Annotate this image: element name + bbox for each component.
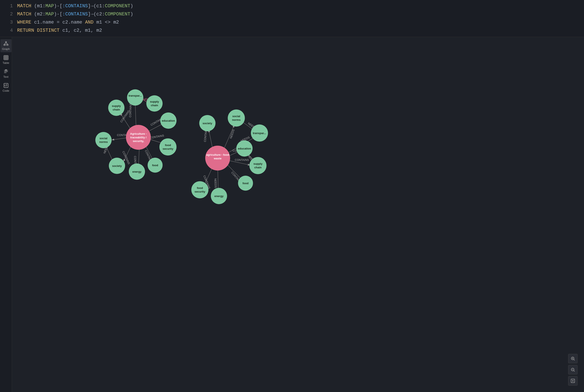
code-line-3: 3 WHERE c1.name = c2.name AND m1 <> m2 <box>4 18 580 26</box>
zoom-in-icon <box>570 356 575 361</box>
svg-line-3 <box>4 43 6 44</box>
svg-line-96 <box>574 370 574 372</box>
sidebar-item-text[interactable]: Text <box>0 67 12 80</box>
table-icon <box>3 55 9 60</box>
node-c1-social-norms[interactable] <box>95 132 112 148</box>
svg-text:supply: supply <box>112 104 121 108</box>
svg-line-4 <box>6 43 8 44</box>
node-c1-food-security[interactable] <box>160 138 176 156</box>
sidebar-label-table: Table <box>2 61 9 64</box>
svg-text:NEEDS: NEEDS <box>229 129 235 139</box>
svg-text:traceability /: traceability / <box>130 136 146 139</box>
code-content-2: MATCH (m2:MAP)-[:CONTAINS]→(c2:COMPONENT… <box>17 10 133 18</box>
code-icon <box>3 83 9 88</box>
svg-text:chain: chain <box>254 166 262 169</box>
code-editor: 1 MATCH (m1:MAP)-[:CONTAINS]→(c1:COMPONE… <box>0 0 584 37</box>
code-line-4: 4 RETURN DISTINCT c1, c2, m1, m2 <box>4 26 580 35</box>
zoom-fit-button[interactable] <box>568 376 578 386</box>
svg-text:education: education <box>162 119 175 122</box>
node-c1-supply2[interactable] <box>146 95 162 112</box>
svg-text:Agriculture -: Agriculture - <box>130 132 146 136</box>
sidebar: Graph Table Text <box>0 37 12 392</box>
line-number-3: 3 <box>4 18 13 26</box>
svg-point-2 <box>7 44 8 46</box>
zoom-out-icon <box>570 367 575 372</box>
sidebar-item-graph[interactable]: Graph <box>0 39 12 52</box>
svg-line-93 <box>574 360 574 360</box>
zoom-in-button[interactable] <box>568 354 578 363</box>
sidebar-label-code: Code <box>2 89 9 92</box>
code-content-4: RETURN DISTINCT c1, c2, m1, m2 <box>17 26 102 35</box>
sidebar-label-text: Text <box>4 75 8 78</box>
svg-text:social: social <box>232 114 240 118</box>
main-area: Graph Table Text <box>0 37 584 392</box>
svg-text:norms: norms <box>232 118 240 122</box>
svg-text:CONTAINS: CONTAINS <box>128 103 132 118</box>
svg-text:chain: chain <box>113 108 120 111</box>
code-line-1: 1 MATCH (m1:MAP)-[:CONTAINS]→(c1:COMPONE… <box>4 2 580 10</box>
node-c2-supply-chain[interactable] <box>249 157 266 174</box>
svg-text:chain: chain <box>151 104 158 107</box>
svg-text:NEEDS: NEEDS <box>214 178 218 188</box>
svg-text:agriculture - food: agriculture - food <box>206 153 229 156</box>
line-number-2: 2 <box>4 10 13 18</box>
svg-text:food: food <box>165 144 171 147</box>
svg-text:waste: waste <box>214 157 222 160</box>
graph-svg: CONTAINS CONTAINS EVOLVES_TO CONTAINS CO… <box>12 37 584 392</box>
svg-text:energy: energy <box>132 170 142 173</box>
svg-text:energy: energy <box>214 194 224 198</box>
svg-text:norms: norms <box>99 140 108 144</box>
svg-text:security: security <box>194 190 206 193</box>
svg-text:supply: supply <box>150 100 159 103</box>
svg-text:food: food <box>242 182 248 185</box>
sidebar-item-table[interactable]: Table <box>0 53 12 66</box>
node-c1-transpar[interactable] <box>127 89 143 106</box>
svg-text:society: society <box>112 164 122 168</box>
svg-text:social: social <box>100 137 108 140</box>
text-icon <box>3 69 9 74</box>
sidebar-label-graph: Graph <box>2 47 10 50</box>
node-c2-social-norms[interactable] <box>228 110 245 126</box>
code-content-3: WHERE c1.name = c2.name AND m1 <> m2 <box>17 18 119 26</box>
line-number-4: 4 <box>4 26 13 35</box>
line-number-1: 1 <box>4 2 13 10</box>
svg-text:security,: security, <box>133 140 144 143</box>
svg-text:CONTAINS: CONTAINS <box>235 158 249 162</box>
graph-icon <box>3 41 9 46</box>
graph-canvas[interactable]: CONTAINS CONTAINS EVOLVES_TO CONTAINS CO… <box>12 37 584 392</box>
svg-text:supply: supply <box>254 162 263 165</box>
svg-text:food: food <box>152 164 158 167</box>
svg-text:security: security <box>162 147 174 150</box>
node-c1-supply1[interactable] <box>108 100 124 116</box>
code-line-2: 2 MATCH (m2:MAP)-[:CONTAINS]→(c2:COMPONE… <box>4 10 580 18</box>
svg-text:society: society <box>203 122 212 125</box>
svg-text:transpar...: transpar... <box>128 94 142 97</box>
code-content-1: MATCH (m1:MAP)-[:CONTAINS]→(c1:COMPONENT… <box>17 2 133 10</box>
svg-point-1 <box>4 44 5 46</box>
zoom-controls <box>568 354 578 386</box>
svg-rect-6 <box>4 56 8 60</box>
svg-text:CONTAINS: CONTAINS <box>150 134 164 140</box>
sidebar-item-code[interactable]: Code <box>0 81 12 94</box>
svg-text:education: education <box>238 147 251 150</box>
svg-point-0 <box>5 42 6 43</box>
svg-text:food: food <box>197 186 203 190</box>
zoom-out-button[interactable] <box>568 365 578 374</box>
svg-text:transpar...: transpar... <box>253 132 266 135</box>
svg-line-67 <box>226 163 242 180</box>
zoom-fit-icon <box>570 378 575 383</box>
node-c2-food-security[interactable] <box>191 181 208 198</box>
